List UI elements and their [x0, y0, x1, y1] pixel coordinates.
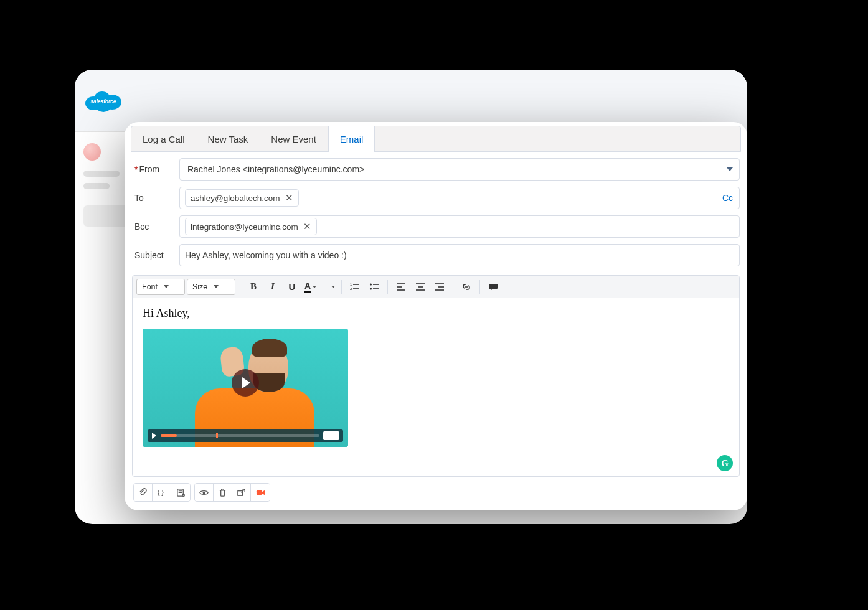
video-progress[interactable]: [161, 434, 319, 437]
video-camera-icon: [256, 488, 265, 497]
insert-merge-button[interactable]: { }: [153, 484, 171, 501]
bullet-list-button[interactable]: [366, 278, 383, 296]
chevron-down-icon: [214, 285, 219, 288]
speech-bubble-icon: [488, 282, 498, 292]
add-cc-link[interactable]: Cc: [722, 193, 733, 203]
salesforce-logo: salesforce: [83, 87, 123, 115]
close-icon[interactable]: ✕: [303, 221, 311, 232]
align-left-icon: [396, 282, 406, 292]
paperclip-icon: [138, 488, 148, 497]
bcc-input[interactable]: integrations@lyceuminc.com ✕: [179, 215, 740, 238]
bullet-list-icon: [369, 282, 379, 292]
preview-button[interactable]: [195, 484, 214, 501]
activity-tab-bar: Log a Call New Task New Event Email: [131, 126, 741, 152]
trash-icon: [218, 488, 227, 497]
popout-button[interactable]: [232, 484, 251, 501]
chevron-down-icon: [164, 285, 169, 288]
numbered-list-icon: 12: [350, 282, 360, 292]
align-right-icon: [435, 282, 445, 292]
subject-row: Subject Hey Ashley, welcoming you with a…: [132, 244, 740, 266]
insert-image-button[interactable]: [328, 285, 337, 289]
tab-label: Email: [340, 134, 364, 144]
to-label: To: [132, 193, 179, 203]
chevron-down-icon: [727, 167, 733, 171]
eye-icon: [199, 488, 209, 497]
chip-text: ashley@globaltech.com: [191, 194, 280, 203]
chevron-down-icon: [313, 286, 316, 288]
align-left-button[interactable]: [392, 278, 410, 296]
svg-point-12: [370, 288, 372, 289]
svg-text:2: 2: [350, 287, 352, 291]
toolbar-separator: [387, 280, 388, 294]
editor-toolbar: Font Size B I U A 12: [133, 276, 739, 298]
toolbar-separator: [341, 280, 342, 294]
avatar: [83, 143, 101, 161]
bold-button[interactable]: B: [245, 278, 262, 296]
placeholder-line: [83, 183, 110, 189]
align-center-button[interactable]: [412, 278, 429, 296]
embedded-video-thumbnail[interactable]: [143, 329, 348, 447]
subject-label: Subject: [132, 250, 179, 260]
play-icon[interactable]: [232, 369, 259, 396]
toolbar-separator: [479, 280, 480, 294]
subject-input[interactable]: Hey Ashley, welcoming you with a video :…: [179, 244, 740, 266]
tab-email[interactable]: Email: [328, 126, 375, 152]
attach-file-button[interactable]: [134, 484, 153, 501]
chevron-down-icon: [331, 286, 335, 288]
svg-point-30: [203, 491, 205, 494]
svg-text:{ }: { }: [158, 489, 164, 496]
recipient-chip[interactable]: integrations@lyceuminc.com ✕: [185, 218, 317, 235]
email-body-editor[interactable]: Hi Ashley, G: [133, 298, 739, 476]
grammarly-badge[interactable]: G: [717, 455, 733, 471]
text-color-button[interactable]: A: [303, 280, 318, 293]
greeting-line: Hi Ashley,: [143, 307, 729, 320]
record-video-button[interactable]: [251, 484, 270, 501]
from-value: Rachel Jones <integrations@lyceuminc.com…: [185, 164, 364, 174]
recipient-chip[interactable]: ashley@globaltech.com ✕: [185, 189, 299, 207]
svg-rect-32: [256, 490, 261, 495]
close-icon[interactable]: ✕: [285, 192, 293, 204]
insert-template-button[interactable]: +: [171, 484, 190, 501]
toolbar-separator: [323, 280, 323, 294]
toolbar-separator: [240, 280, 240, 294]
align-right-button[interactable]: [431, 278, 448, 296]
font-dropdown[interactable]: Font: [136, 279, 185, 295]
toolbar-separator: [453, 280, 453, 294]
bcc-row: Bcc integrations@lyceuminc.com ✕: [132, 215, 740, 238]
align-center-icon: [415, 282, 425, 292]
text-color-icon: A: [304, 281, 311, 293]
grammarly-glyph: G: [721, 458, 729, 469]
delete-draft-button[interactable]: [214, 484, 232, 501]
from-select[interactable]: Rachel Jones <integrations@lyceuminc.com…: [179, 158, 740, 181]
svg-rect-31: [238, 490, 243, 495]
insert-link-button[interactable]: [458, 278, 475, 296]
play-small-icon[interactable]: [152, 433, 156, 439]
svg-text:salesforce: salesforce: [90, 98, 116, 105]
tab-label: New Task: [208, 134, 248, 144]
link-icon: [461, 282, 471, 292]
compose-email-panel: Log a Call New Task New Event Email *Fro…: [125, 122, 747, 510]
video-controls[interactable]: [148, 429, 343, 442]
underline-button[interactable]: U: [283, 278, 301, 296]
chip-text: integrations@lyceuminc.com: [191, 222, 298, 232]
popout-icon: [237, 488, 246, 497]
compose-footer-actions: { } +: [125, 477, 747, 510]
svg-text:1: 1: [350, 283, 352, 286]
comment-button[interactable]: [484, 278, 502, 296]
video-badge: [323, 431, 339, 440]
braces-icon: { }: [157, 488, 166, 497]
size-dropdown-label: Size: [192, 283, 207, 291]
tab-label: New Event: [271, 134, 316, 144]
numbered-list-button[interactable]: 12: [346, 278, 364, 296]
template-icon: +: [176, 488, 186, 497]
tab-new-task[interactable]: New Task: [197, 126, 260, 151]
tab-new-event[interactable]: New Event: [260, 126, 328, 151]
editor-zone: Font Size B I U A 12: [132, 275, 740, 477]
video-person-hair: [252, 339, 287, 357]
from-label: *From: [132, 164, 179, 174]
italic-button[interactable]: I: [264, 278, 281, 296]
tab-log-a-call[interactable]: Log a Call: [131, 126, 197, 151]
size-dropdown[interactable]: Size: [187, 279, 235, 295]
to-row: To ashley@globaltech.com ✕ Cc: [132, 187, 740, 209]
to-input[interactable]: ashley@globaltech.com ✕ Cc: [179, 187, 740, 209]
